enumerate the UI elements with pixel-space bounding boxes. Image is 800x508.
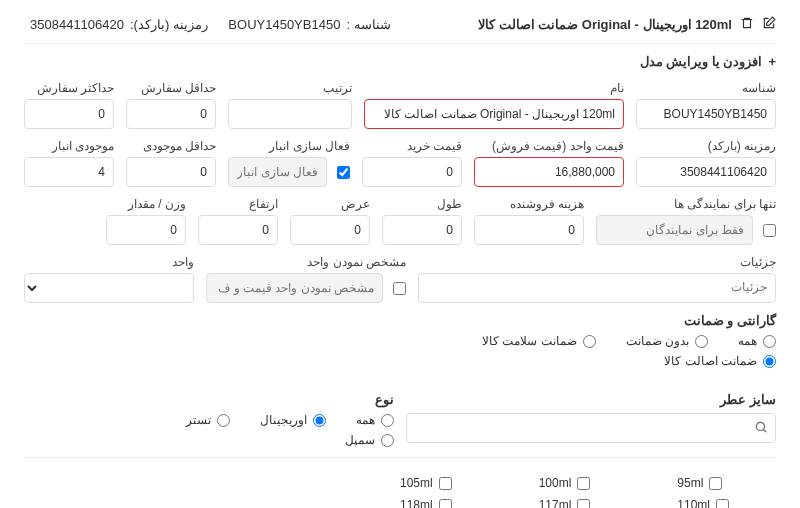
label-unit-spec: مشخص نمودن واحد [206, 255, 406, 269]
size-search-input[interactable] [406, 413, 776, 443]
type-all[interactable] [381, 414, 394, 427]
label-name: نام [364, 81, 624, 95]
sku-input[interactable] [636, 99, 776, 129]
size-110[interactable] [716, 499, 729, 509]
label-length: طول [382, 197, 462, 211]
type-sample[interactable] [381, 434, 394, 447]
header-title: 120ml اوریجینال - Original ضمانت اصالت ک… [478, 17, 732, 32]
stock-enable-checkbox[interactable] [337, 166, 350, 179]
size-100[interactable] [577, 477, 590, 490]
barcode-input[interactable] [636, 157, 776, 187]
size-118[interactable] [439, 499, 452, 509]
label-width: عرض [290, 197, 370, 211]
stock-qty-input[interactable] [24, 157, 114, 187]
header-meta: شناسه :BOUY1450YB1450 رمزینه (بارکد):350… [24, 17, 391, 32]
price-buy-input[interactable] [362, 157, 462, 187]
max-order-input[interactable] [24, 99, 114, 129]
label-stock-qty: موجودی انبار [24, 139, 114, 153]
label-stock-enable: فعال سازی انبار [228, 139, 350, 153]
label-sku: شناسه [636, 81, 776, 95]
label-unit: واحد [24, 255, 194, 269]
label-barcode: رمزینه (بارکد) [636, 139, 776, 153]
label-details: جزئیات [418, 255, 776, 269]
svg-point-0 [756, 422, 764, 430]
stock-enable-text [228, 157, 327, 187]
edit-icon[interactable] [762, 16, 776, 33]
warranty-all[interactable] [763, 335, 776, 348]
warranty-title: گارانتی و ضمانت [24, 313, 776, 328]
type-title: نوع [24, 392, 394, 407]
name-input[interactable] [364, 99, 624, 129]
label-height: ارتفاع [198, 197, 278, 211]
label-weight: وزن / مقدار [106, 197, 186, 211]
price-sale-input[interactable] [474, 157, 624, 187]
unit-spec-checkbox[interactable] [393, 282, 406, 295]
label-price-sale: قیمت واحد (قیمت فروش) [474, 139, 624, 153]
warranty-group: همه بدون ضمانت ضمانت سلامت کالا [24, 334, 776, 348]
sort-input[interactable] [228, 99, 352, 129]
weight-input[interactable] [106, 215, 186, 245]
seller-cost-input[interactable] [474, 215, 584, 245]
details-textarea[interactable] [418, 273, 776, 303]
label-min-order: حداقل سفارش [126, 81, 216, 95]
warranty-none[interactable] [695, 335, 708, 348]
label-min-stock: حداقل موجودی [126, 139, 216, 153]
page-header: 120ml اوریجینال - Original ضمانت اصالت ک… [24, 16, 776, 44]
min-order-input[interactable] [126, 99, 216, 129]
label-sort: ترتیب [228, 81, 352, 95]
size-95[interactable] [709, 477, 722, 490]
agent-only-text [596, 215, 753, 245]
label-seller-cost: هزینه فروشنده [474, 197, 584, 211]
size-117[interactable] [577, 499, 590, 509]
width-input[interactable] [290, 215, 370, 245]
height-input[interactable] [198, 215, 278, 245]
length-input[interactable] [382, 215, 462, 245]
warranty-health[interactable] [583, 335, 596, 348]
size-105[interactable] [439, 477, 452, 490]
section-add-edit: +افزودن یا ویرایش مدل [24, 54, 776, 69]
agent-only-checkbox[interactable] [763, 224, 776, 237]
search-icon [754, 420, 768, 434]
unit-spec-text [206, 273, 383, 303]
type-tester[interactable] [217, 414, 230, 427]
perfume-size-title: سایز عطر [406, 392, 776, 407]
label-price-buy: قیمت خرید [362, 139, 462, 153]
label-max-order: حداکثر سفارش [24, 81, 114, 95]
type-original[interactable] [313, 414, 326, 427]
delete-icon[interactable] [740, 16, 754, 33]
min-stock-input[interactable] [126, 157, 216, 187]
warranty-authenticity[interactable] [763, 355, 776, 368]
label-agent-only: تنها برای نمایندگی ها [596, 197, 776, 211]
unit-select[interactable] [24, 273, 194, 303]
